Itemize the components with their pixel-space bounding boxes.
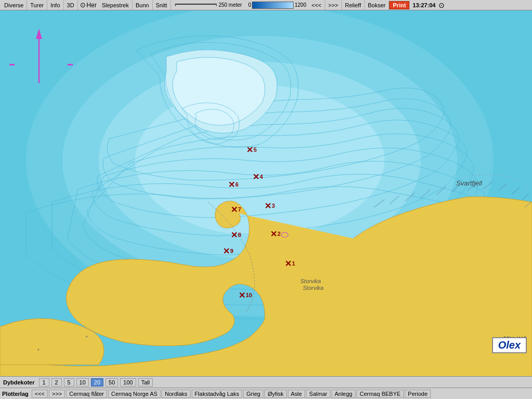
plotterlag-bar: Plotterlag <<< >>> Cermaq flåter Cermaq … (0, 388, 532, 399)
dybdekoter-bar: Dybdekoter 1 2 5 10 20 50 100 Tall (0, 376, 532, 388)
clock-display: 13:27:04 (409, 2, 438, 8)
svg-marker-8 (36, 29, 42, 39)
her-radio-group: ⊙ Her (78, 1, 99, 9)
depth-min-label: 0 (248, 2, 251, 8)
map-svg: * * (0, 10, 532, 376)
3d-button[interactable]: 3D (64, 0, 78, 10)
depth-1-button[interactable]: 1 (39, 378, 49, 387)
storvika-label-1: Storvika (300, 278, 321, 284)
scale-bar: 250 meter (171, 2, 246, 8)
clock-icon: ⊙ (438, 1, 445, 9)
depth-5-button[interactable]: 5 (64, 378, 74, 387)
dybdekoter-label: Dybdekoter (3, 379, 35, 385)
olex-logo: Olex (492, 337, 527, 353)
info-button[interactable]: Info (47, 0, 63, 10)
layer-grieg[interactable]: Grieg (243, 390, 263, 398)
layer-cermaq-norge[interactable]: Cermaq Norge AS (108, 390, 161, 398)
layer-cermaq-bebye[interactable]: Cermaq BEBYE (356, 390, 404, 398)
layer-nordlaks[interactable]: Nordlaks (162, 390, 190, 398)
plotterlag-label: Plotterlag (2, 391, 29, 397)
layer-cermaq-flater[interactable]: Cermaq flåter (66, 390, 107, 398)
relieff-button[interactable]: Relieff (342, 0, 365, 10)
layer-asle[interactable]: Asle (288, 390, 305, 398)
depth-tall-button[interactable]: Tall (138, 378, 153, 387)
plotterlag-nav-left[interactable]: <<< (32, 390, 48, 398)
depth-gradient (252, 2, 294, 9)
scale-label: 250 meter (219, 2, 242, 8)
storvika-label-2: Storvika (303, 285, 324, 291)
bottom-area: Dybdekoter 1 2 5 10 20 50 100 Tall Plott… (0, 376, 532, 399)
mark-left (9, 64, 15, 65)
diverse-button[interactable]: Diverse (1, 0, 27, 10)
depth-100-button[interactable]: 100 (120, 378, 136, 387)
radio-indicator: ⊙ (80, 1, 86, 9)
bunn-button[interactable]: Bunn (132, 0, 153, 10)
layer-periode[interactable]: Periode (405, 390, 431, 398)
layer-flakstadvag[interactable]: Flakstadvåg Laks (192, 390, 243, 398)
layer-oyfisk[interactable]: Øyfisk (264, 390, 287, 398)
layer-anlegg[interactable]: Anlegg (331, 390, 355, 398)
compass (34, 26, 44, 88)
toolbar: Diverse Turer Info 3D ⊙ Her Slepestrek B… (0, 0, 532, 10)
plotterlag-nav-right[interactable]: >>> (49, 390, 65, 398)
mark-right (68, 64, 73, 65)
depth-10-button[interactable]: 10 (76, 378, 89, 387)
snitt-button[interactable]: Snitt (153, 0, 171, 10)
nav-right-button[interactable]: >>> (325, 0, 342, 10)
app: Diverse Turer Info 3D ⊙ Her Slepestrek B… (0, 0, 532, 399)
depth-50-button[interactable]: 50 (105, 378, 118, 387)
map-container[interactable]: * * Storvika Storvika Svartfjell ✕ 1 ✕ 2… (0, 10, 532, 376)
layer-salmar[interactable]: Salmar (306, 390, 330, 398)
slepestrek-button[interactable]: Slepestrek (99, 0, 132, 10)
bokser-button[interactable]: Bokser (365, 0, 389, 10)
turer-button[interactable]: Turer (27, 0, 47, 10)
scale-line-graphic (175, 4, 217, 6)
depth-max-label: 1200 (295, 2, 306, 8)
print-button[interactable]: Print (389, 1, 409, 9)
svg-text:*: * (86, 335, 88, 341)
svg-text:*: * (37, 348, 39, 354)
depth-20-button[interactable]: 20 (91, 378, 103, 387)
nav-left-button[interactable]: <<< (308, 0, 325, 10)
depth-color-bar: 0 1200 (246, 2, 309, 9)
depth-2-button[interactable]: 2 (51, 378, 62, 387)
her-label: Her (87, 2, 97, 9)
scale-line (175, 4, 217, 6)
